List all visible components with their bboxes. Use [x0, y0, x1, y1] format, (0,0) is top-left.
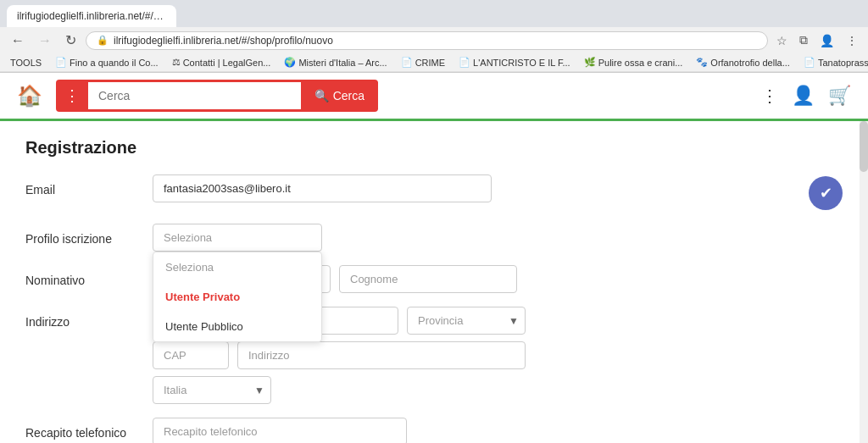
email-row: Email ✔ [25, 174, 843, 210]
lock-icon: 🔒 [97, 35, 108, 46]
nazione-select[interactable]: Italia Francia Germania Spagna [153, 376, 271, 404]
profile-row: Profilo iscrizione Seleziona Seleziona U… [25, 224, 843, 252]
cap-input[interactable] [153, 341, 229, 369]
bookmark-tools[interactable]: TOOLS [7, 57, 45, 69]
account-button[interactable]: 👤 [792, 85, 815, 107]
dropdown-item-pubblico[interactable]: Utente Pubblico [153, 312, 321, 341]
provincia-select[interactable]: Provincia [407, 307, 526, 335]
email-input[interactable] [153, 174, 492, 202]
scrollbar[interactable] [860, 121, 868, 443]
hamburger-menu-button[interactable]: ⋮ [56, 80, 88, 112]
bookmark-3[interactable]: 🌍Misteri d'Italia – Arc... [281, 56, 390, 69]
bookmark-7[interactable]: 🐾Orfanotrofio della... [693, 56, 793, 69]
star-button[interactable]: ☆ [773, 32, 791, 49]
profile-button[interactable]: 👤 [816, 32, 837, 49]
profile-dropdown-trigger[interactable]: Seleziona [153, 224, 322, 252]
cap-indirizzo-row [153, 341, 843, 369]
profile-fields: Seleziona Seleziona Utente Privato Utent… [153, 224, 843, 252]
nazione-select-wrapper: Italia Francia Germania Spagna ▼ [153, 376, 271, 404]
address-bar: ← → ↻ 🔒 ilrifugiodeglielfi.inlibreria.ne… [0, 27, 868, 53]
address-text: ilrifugiodeglielfi.inlibreria.net/#/shop… [114, 35, 333, 47]
main-content: Registrazione Email ✔ Profilo iscrizione… [0, 121, 868, 443]
profile-dropdown-container: Seleziona Seleziona Utente Privato Utent… [153, 224, 322, 252]
forward-button[interactable]: → [34, 31, 56, 50]
scrollbar-thumb [860, 121, 868, 172]
search-bar: ⋮ 🔍 Cerca [56, 80, 378, 112]
home-button[interactable]: 🏠 [17, 84, 42, 108]
back-button[interactable]: ← [7, 31, 29, 50]
profile-dropdown-menu: Seleziona Utente Privato Utente Pubblico [153, 252, 322, 342]
search-button[interactable]: 🔍 Cerca [301, 82, 378, 109]
page-title: Registrazione [25, 138, 843, 158]
bookmark-6[interactable]: 🌿Pulire ossa e crani... [581, 56, 687, 69]
indirizzo-row: Indirizzo Provincia ▼ Italia [25, 307, 843, 404]
browser-chrome: ilrifugiodeglielfi.inlibreria.net/#/shop… [0, 0, 868, 73]
bookmark-2[interactable]: ⚖Contatti | LegalGen... [169, 56, 275, 69]
email-label: Email [25, 174, 144, 197]
verify-button[interactable]: ✔ [809, 176, 843, 210]
indirizzo-text-input[interactable] [237, 341, 526, 369]
reload-button[interactable]: ↻ [61, 30, 81, 50]
nominativo-label: Nominativo [25, 265, 144, 287]
bookmarks-bar: TOOLS 📄Fino a quando il Co... ⚖Contatti … [0, 53, 868, 72]
recapito-label: Recapito telefonico [25, 418, 144, 440]
header-dots-button[interactable]: ⋮ [761, 86, 778, 106]
provincia-select-wrapper: Provincia ▼ [407, 307, 526, 335]
email-fields [153, 174, 800, 202]
profile-label: Profilo iscrizione [25, 224, 144, 246]
dropdown-item-seleziona[interactable]: Seleziona [153, 252, 321, 282]
tab-switcher-button[interactable]: ⧉ [796, 31, 811, 49]
dropdown-item-privato[interactable]: Utente Privato [153, 282, 321, 312]
bookmark-8[interactable]: 📄Tanatoprassi - COS'... [800, 56, 868, 69]
browser-tab[interactable]: ilrifugiodeglielfi.inlibreria.net/#/shop… [7, 5, 176, 27]
bookmark-4[interactable]: 📄CRIME [398, 56, 448, 69]
recapito-fields [153, 418, 843, 443]
header-icons: 👤 🛒 [792, 85, 851, 107]
nominativo-row: Nominativo [25, 265, 843, 293]
recapito-input[interactable] [153, 418, 407, 443]
tab-bar: ilrifugiodeglielfi.inlibreria.net/#/shop… [0, 0, 868, 27]
cart-button[interactable]: 🛒 [828, 85, 851, 107]
cognome-input[interactable] [339, 265, 517, 293]
nazione-row: Italia Francia Germania Spagna ▼ [153, 376, 843, 404]
indirizzo-label: Indirizzo [25, 307, 144, 329]
search-input[interactable] [88, 82, 301, 109]
more-button[interactable]: ⋮ [843, 32, 861, 49]
site-header: 🏠 ⋮ 🔍 Cerca ⋮ 👤 🛒 [0, 73, 868, 121]
bookmark-5[interactable]: 📄L'ANTICRISTO E IL F... [455, 56, 574, 69]
recapito-row: Recapito telefonico [25, 418, 843, 443]
bookmark-1[interactable]: 📄Fino a quando il Co... [52, 56, 162, 69]
browser-actions: ☆ ⧉ 👤 ⋮ [773, 31, 861, 49]
address-input[interactable]: 🔒 ilrifugiodeglielfi.inlibreria.net/#/sh… [86, 31, 768, 50]
